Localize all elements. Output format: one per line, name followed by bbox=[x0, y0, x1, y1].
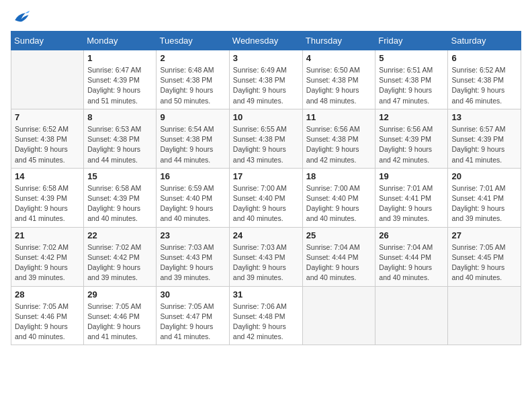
day-info: Sunrise: 7:03 AM Sunset: 4:43 PM Dayligh… bbox=[233, 242, 299, 283]
day-info: Sunrise: 7:02 AM Sunset: 4:42 PM Dayligh… bbox=[15, 242, 80, 283]
day-number: 25 bbox=[306, 230, 372, 240]
calendar-cell: 1Sunrise: 6:47 AM Sunset: 4:39 PM Daylig… bbox=[84, 50, 157, 109]
day-info: Sunrise: 6:48 AM Sunset: 4:38 PM Dayligh… bbox=[160, 65, 225, 106]
calendar-cell: 8Sunrise: 6:53 AM Sunset: 4:38 PM Daylig… bbox=[84, 109, 157, 168]
calendar-cell: 21Sunrise: 7:02 AM Sunset: 4:42 PM Dayli… bbox=[11, 227, 84, 286]
day-number: 29 bbox=[87, 289, 152, 300]
day-of-week-header: Wednesday bbox=[229, 32, 302, 50]
day-info: Sunrise: 7:05 AM Sunset: 4:45 PM Dayligh… bbox=[451, 242, 517, 283]
day-of-week-header: Thursday bbox=[302, 32, 375, 50]
day-of-week-header: Sunday bbox=[11, 32, 84, 50]
day-number: 28 bbox=[15, 289, 80, 300]
day-info: Sunrise: 7:01 AM Sunset: 4:41 PM Dayligh… bbox=[451, 183, 517, 224]
calendar-cell: 14Sunrise: 6:58 AM Sunset: 4:39 PM Dayli… bbox=[11, 168, 84, 227]
calendar-cell: 7Sunrise: 6:52 AM Sunset: 4:38 PM Daylig… bbox=[11, 109, 84, 168]
day-number: 19 bbox=[379, 171, 444, 181]
day-number: 3 bbox=[233, 53, 299, 63]
calendar-table: SundayMondayTuesdayWednesdayThursdayFrid… bbox=[11, 31, 521, 345]
day-info: Sunrise: 6:58 AM Sunset: 4:39 PM Dayligh… bbox=[87, 183, 152, 224]
day-number: 14 bbox=[15, 171, 80, 181]
calendar-cell: 6Sunrise: 6:52 AM Sunset: 4:38 PM Daylig… bbox=[448, 50, 521, 109]
calendar-cell: 5Sunrise: 6:51 AM Sunset: 4:38 PM Daylig… bbox=[375, 50, 448, 109]
calendar-cell: 20Sunrise: 7:01 AM Sunset: 4:41 PM Dayli… bbox=[448, 168, 521, 227]
day-number: 11 bbox=[306, 112, 372, 122]
day-info: Sunrise: 6:51 AM Sunset: 4:38 PM Dayligh… bbox=[379, 65, 444, 106]
day-info: Sunrise: 7:05 AM Sunset: 4:46 PM Dayligh… bbox=[15, 302, 80, 342]
day-info: Sunrise: 6:47 AM Sunset: 4:39 PM Dayligh… bbox=[87, 65, 152, 106]
day-info: Sunrise: 6:57 AM Sunset: 4:39 PM Dayligh… bbox=[451, 124, 517, 165]
calendar-cell: 27Sunrise: 7:05 AM Sunset: 4:45 PM Dayli… bbox=[448, 227, 521, 286]
day-info: Sunrise: 6:53 AM Sunset: 4:38 PM Dayligh… bbox=[87, 124, 152, 165]
day-number: 24 bbox=[233, 230, 299, 240]
day-number: 15 bbox=[87, 171, 152, 181]
calendar-cell bbox=[448, 286, 521, 345]
day-number: 21 bbox=[15, 230, 80, 240]
calendar-cell: 24Sunrise: 7:03 AM Sunset: 4:43 PM Dayli… bbox=[229, 227, 302, 286]
day-info: Sunrise: 7:01 AM Sunset: 4:41 PM Dayligh… bbox=[379, 183, 444, 224]
day-number: 5 bbox=[379, 53, 444, 63]
day-number: 20 bbox=[451, 171, 517, 181]
day-number: 10 bbox=[233, 112, 299, 122]
calendar-cell: 4Sunrise: 6:50 AM Sunset: 4:38 PM Daylig… bbox=[302, 50, 375, 109]
day-number: 9 bbox=[160, 112, 225, 122]
day-number: 17 bbox=[233, 171, 299, 181]
calendar-week-row: 14Sunrise: 6:58 AM Sunset: 4:39 PM Dayli… bbox=[11, 168, 521, 227]
day-number: 2 bbox=[160, 53, 225, 63]
day-info: Sunrise: 7:05 AM Sunset: 4:47 PM Dayligh… bbox=[160, 302, 225, 342]
calendar-week-row: 28Sunrise: 7:05 AM Sunset: 4:46 PM Dayli… bbox=[11, 286, 521, 345]
calendar-cell: 3Sunrise: 6:49 AM Sunset: 4:38 PM Daylig… bbox=[229, 50, 302, 109]
day-of-week-header: Monday bbox=[84, 32, 157, 50]
day-number: 27 bbox=[451, 230, 517, 240]
calendar-cell: 29Sunrise: 7:05 AM Sunset: 4:46 PM Dayli… bbox=[84, 286, 157, 345]
day-info: Sunrise: 7:05 AM Sunset: 4:46 PM Dayligh… bbox=[87, 302, 152, 342]
day-number: 18 bbox=[306, 171, 372, 181]
calendar-cell: 18Sunrise: 7:00 AM Sunset: 4:40 PM Dayli… bbox=[302, 168, 375, 227]
page-header bbox=[11, 11, 521, 26]
day-info: Sunrise: 7:06 AM Sunset: 4:48 PM Dayligh… bbox=[233, 302, 299, 342]
day-number: 16 bbox=[160, 171, 225, 181]
calendar-cell: 16Sunrise: 6:59 AM Sunset: 4:40 PM Dayli… bbox=[157, 168, 229, 227]
calendar-cell bbox=[375, 286, 448, 345]
day-info: Sunrise: 6:52 AM Sunset: 4:38 PM Dayligh… bbox=[15, 124, 80, 165]
calendar-cell: 23Sunrise: 7:03 AM Sunset: 4:43 PM Dayli… bbox=[157, 227, 229, 286]
calendar-cell: 19Sunrise: 7:01 AM Sunset: 4:41 PM Dayli… bbox=[375, 168, 448, 227]
day-info: Sunrise: 7:04 AM Sunset: 4:44 PM Dayligh… bbox=[306, 242, 372, 283]
calendar-cell: 26Sunrise: 7:04 AM Sunset: 4:44 PM Dayli… bbox=[375, 227, 448, 286]
calendar-week-row: 1Sunrise: 6:47 AM Sunset: 4:39 PM Daylig… bbox=[11, 50, 521, 109]
calendar-cell: 28Sunrise: 7:05 AM Sunset: 4:46 PM Dayli… bbox=[11, 286, 84, 345]
day-number: 6 bbox=[451, 53, 517, 63]
day-info: Sunrise: 6:49 AM Sunset: 4:38 PM Dayligh… bbox=[233, 65, 299, 106]
calendar-cell: 12Sunrise: 6:56 AM Sunset: 4:39 PM Dayli… bbox=[375, 109, 448, 168]
day-number: 13 bbox=[451, 112, 517, 122]
calendar-cell: 11Sunrise: 6:56 AM Sunset: 4:38 PM Dayli… bbox=[302, 109, 375, 168]
calendar-cell: 10Sunrise: 6:55 AM Sunset: 4:38 PM Dayli… bbox=[229, 109, 302, 168]
day-number: 7 bbox=[15, 112, 80, 122]
calendar-week-row: 21Sunrise: 7:02 AM Sunset: 4:42 PM Dayli… bbox=[11, 227, 521, 286]
day-of-week-header: Friday bbox=[375, 32, 448, 50]
day-info: Sunrise: 6:50 AM Sunset: 4:38 PM Dayligh… bbox=[306, 65, 372, 106]
day-number: 31 bbox=[233, 289, 299, 300]
day-number: 12 bbox=[379, 112, 444, 122]
calendar-cell: 9Sunrise: 6:54 AM Sunset: 4:38 PM Daylig… bbox=[157, 109, 229, 168]
day-info: Sunrise: 6:52 AM Sunset: 4:38 PM Dayligh… bbox=[451, 65, 517, 106]
day-of-week-header: Tuesday bbox=[157, 32, 229, 50]
day-info: Sunrise: 7:00 AM Sunset: 4:40 PM Dayligh… bbox=[306, 183, 372, 224]
calendar-header-row: SundayMondayTuesdayWednesdayThursdayFrid… bbox=[11, 32, 521, 50]
calendar-cell: 2Sunrise: 6:48 AM Sunset: 4:38 PM Daylig… bbox=[157, 50, 229, 109]
calendar-cell bbox=[302, 286, 375, 345]
day-number: 4 bbox=[306, 53, 372, 63]
calendar-cell bbox=[11, 50, 84, 109]
calendar-cell: 13Sunrise: 6:57 AM Sunset: 4:39 PM Dayli… bbox=[448, 109, 521, 168]
calendar-cell: 25Sunrise: 7:04 AM Sunset: 4:44 PM Dayli… bbox=[302, 227, 375, 286]
day-info: Sunrise: 6:55 AM Sunset: 4:38 PM Dayligh… bbox=[233, 124, 299, 165]
logo-bird-icon bbox=[11, 11, 30, 26]
day-number: 8 bbox=[87, 112, 152, 122]
day-number: 23 bbox=[160, 230, 225, 240]
day-number: 30 bbox=[160, 289, 225, 300]
day-info: Sunrise: 7:04 AM Sunset: 4:44 PM Dayligh… bbox=[379, 242, 444, 283]
day-info: Sunrise: 6:56 AM Sunset: 4:39 PM Dayligh… bbox=[379, 124, 444, 165]
day-info: Sunrise: 6:56 AM Sunset: 4:38 PM Dayligh… bbox=[306, 124, 372, 165]
calendar-cell: 30Sunrise: 7:05 AM Sunset: 4:47 PM Dayli… bbox=[157, 286, 229, 345]
day-info: Sunrise: 6:58 AM Sunset: 4:39 PM Dayligh… bbox=[15, 183, 80, 224]
day-info: Sunrise: 7:02 AM Sunset: 4:42 PM Dayligh… bbox=[87, 242, 152, 283]
